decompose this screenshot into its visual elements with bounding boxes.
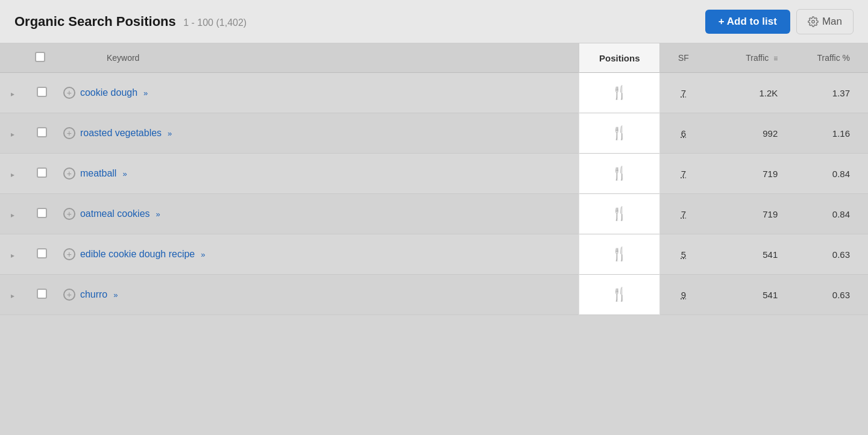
traffic-cell-2: 719 bbox=[707, 154, 788, 194]
table-row: ▸ + cookie dough » 🍴 7 1.2K 1.37 bbox=[0, 73, 868, 113]
traffic-cell-1: 992 bbox=[707, 113, 788, 154]
th-traffic-pct: Traffic % bbox=[787, 43, 868, 73]
gear-icon bbox=[808, 16, 819, 27]
row-checkbox-2[interactable] bbox=[37, 167, 47, 178]
row-expand-1[interactable]: ▸ bbox=[0, 113, 25, 154]
traffic-label: Traffic bbox=[746, 53, 769, 63]
row-checkbox-3[interactable] bbox=[37, 208, 47, 218]
row-checkbox-cell-3 bbox=[25, 194, 58, 234]
positions-cell-0: 🍴 bbox=[579, 73, 660, 113]
keyword-chevron-double-1[interactable]: » bbox=[168, 129, 172, 138]
positions-cell-4: 🍴 bbox=[579, 234, 660, 275]
th-keyword: Keyword bbox=[58, 43, 579, 73]
th-traffic: Traffic ≡ bbox=[707, 43, 788, 73]
row-expand-2[interactable]: ▸ bbox=[0, 154, 25, 194]
row-expand-4[interactable]: ▸ bbox=[0, 234, 25, 275]
expand-chevron-icon: ▸ bbox=[11, 130, 14, 139]
keyword-link-5[interactable]: churro bbox=[80, 289, 107, 300]
keyword-chevron-double-3[interactable]: » bbox=[156, 210, 160, 219]
sf-cell-5: 9 bbox=[660, 275, 707, 315]
fork-knife-icon-4: 🍴 bbox=[611, 246, 627, 262]
fork-knife-icon-2: 🍴 bbox=[611, 166, 627, 181]
keyword-link-3[interactable]: oatmeal cookies bbox=[80, 208, 150, 219]
row-expand-3[interactable]: ▸ bbox=[0, 194, 25, 234]
sf-cell-0: 7 bbox=[660, 73, 707, 113]
row-checkbox-1[interactable] bbox=[37, 127, 47, 137]
traffic-cell-3: 719 bbox=[707, 194, 788, 234]
table-row: ▸ + roasted vegetables » 🍴 6 992 1.16 bbox=[0, 113, 868, 154]
positions-cell-2: 🍴 bbox=[579, 154, 660, 194]
traffic-pct-cell-4: 0.63 bbox=[787, 234, 868, 275]
positions-cell-5: 🍴 bbox=[579, 275, 660, 315]
table-container: Keyword Positions SF Traffic ≡ Traffic %… bbox=[0, 43, 868, 315]
keyword-add-icon-5[interactable]: + bbox=[63, 289, 75, 301]
keyword-link-0[interactable]: cookie dough bbox=[80, 87, 137, 98]
keyword-add-icon-4[interactable]: + bbox=[63, 248, 75, 260]
positions-cell-1: 🍴 bbox=[579, 113, 660, 154]
keyword-add-icon-2[interactable]: + bbox=[63, 167, 75, 180]
traffic-pct-cell-0: 1.37 bbox=[787, 73, 868, 113]
keyword-add-icon-3[interactable]: + bbox=[63, 208, 75, 220]
th-positions: Positions bbox=[579, 43, 660, 73]
keyword-cell-0: + cookie dough » bbox=[58, 73, 579, 113]
table-header-row: Keyword Positions SF Traffic ≡ Traffic % bbox=[0, 43, 868, 73]
traffic-cell-5: 541 bbox=[707, 275, 788, 315]
add-to-list-button[interactable]: + Add to list bbox=[705, 10, 790, 34]
fork-knife-icon-5: 🍴 bbox=[611, 287, 627, 302]
select-all-checkbox[interactable] bbox=[35, 52, 45, 62]
keyword-cell-3: + oatmeal cookies » bbox=[58, 194, 579, 234]
sf-cell-1: 6 bbox=[660, 113, 707, 154]
keyword-add-icon-1[interactable]: + bbox=[63, 127, 75, 139]
page-title-range: 1 - 100 (1,402) bbox=[183, 17, 247, 28]
expand-chevron-icon: ▸ bbox=[11, 251, 14, 260]
keyword-cell-5: + churro » bbox=[58, 275, 579, 315]
fork-knife-icon-1: 🍴 bbox=[611, 125, 627, 141]
row-checkbox-5[interactable] bbox=[37, 289, 47, 299]
page-header: Organic Search Positions 1 - 100 (1,402)… bbox=[0, 0, 868, 43]
table-row: ▸ + oatmeal cookies » 🍴 7 719 0.84 bbox=[0, 194, 868, 234]
traffic-pct-cell-3: 0.84 bbox=[787, 194, 868, 234]
row-checkbox-cell-4 bbox=[25, 234, 58, 275]
keyword-cell-2: + meatball » bbox=[58, 154, 579, 194]
traffic-pct-cell-5: 0.63 bbox=[787, 275, 868, 315]
row-expand-0[interactable]: ▸ bbox=[0, 73, 25, 113]
keyword-add-icon-0[interactable]: + bbox=[63, 87, 75, 99]
fork-knife-icon-3: 🍴 bbox=[611, 206, 627, 222]
page-title: Organic Search Positions bbox=[14, 14, 176, 29]
positions-cell-3: 🍴 bbox=[579, 194, 660, 234]
keyword-chevron-double-5[interactable]: » bbox=[113, 290, 118, 299]
header-title-group: Organic Search Positions 1 - 100 (1,402) bbox=[14, 14, 247, 30]
traffic-cell-0: 1.2K bbox=[707, 73, 788, 113]
traffic-cell-4: 541 bbox=[707, 234, 788, 275]
row-checkbox-4[interactable] bbox=[37, 248, 47, 258]
expand-chevron-icon: ▸ bbox=[11, 211, 14, 219]
row-checkbox-cell-2 bbox=[25, 154, 58, 194]
keyword-link-4[interactable]: edible cookie dough recipe bbox=[80, 249, 195, 260]
page-wrapper: Organic Search Positions 1 - 100 (1,402)… bbox=[0, 0, 868, 435]
row-checkbox-cell-5 bbox=[25, 275, 58, 315]
header-actions: + Add to list Man bbox=[705, 9, 854, 34]
sf-cell-2: 7 bbox=[660, 154, 707, 194]
table-row: ▸ + meatball » 🍴 7 719 0.84 bbox=[0, 154, 868, 194]
table-row: ▸ + churro » 🍴 9 541 0.63 bbox=[0, 275, 868, 315]
th-expand bbox=[0, 43, 25, 73]
traffic-filter-icon[interactable]: ≡ bbox=[773, 54, 778, 63]
row-checkbox-cell-1 bbox=[25, 113, 58, 154]
keyword-cell-4: + edible cookie dough recipe » bbox=[58, 234, 579, 275]
keyword-link-1[interactable]: roasted vegetables bbox=[80, 128, 162, 139]
table-row: ▸ + edible cookie dough recipe » 🍴 5 541… bbox=[0, 234, 868, 275]
expand-chevron-icon: ▸ bbox=[11, 90, 14, 98]
th-sf: SF bbox=[660, 43, 707, 73]
manage-label: Man bbox=[822, 16, 842, 28]
keyword-link-2[interactable]: meatball bbox=[80, 168, 116, 179]
manage-button[interactable]: Man bbox=[796, 9, 854, 34]
keyword-chevron-double-2[interactable]: » bbox=[122, 169, 127, 178]
row-checkbox-0[interactable] bbox=[37, 87, 47, 97]
keyword-chevron-double-4[interactable]: » bbox=[201, 250, 205, 259]
traffic-pct-cell-1: 1.16 bbox=[787, 113, 868, 154]
traffic-pct-cell-2: 0.84 bbox=[787, 154, 868, 194]
keyword-chevron-double-0[interactable]: » bbox=[143, 89, 148, 98]
expand-chevron-icon: ▸ bbox=[11, 292, 14, 300]
row-expand-5[interactable]: ▸ bbox=[0, 275, 25, 315]
svg-point-0 bbox=[812, 20, 815, 23]
